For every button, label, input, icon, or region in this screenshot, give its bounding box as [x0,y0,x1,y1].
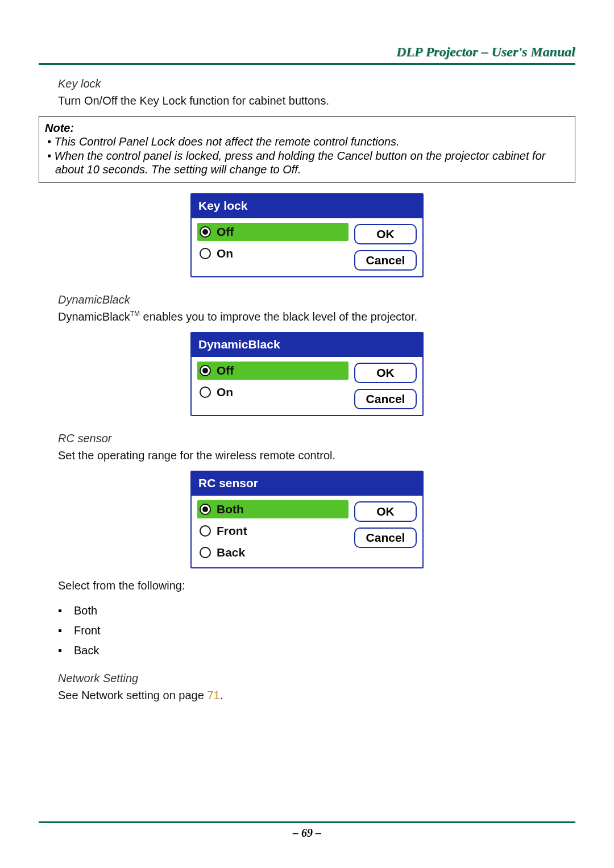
cancel-button[interactable]: Cancel [354,250,417,271]
option-rcsensor-back[interactable]: Back [197,543,349,562]
body-text-rcsensor: Set the operating range for the wireless… [39,448,575,463]
option-label: Off [217,364,234,377]
button-col-keylock: OK Cancel [354,223,417,271]
header-rule [39,63,575,65]
option-rcsensor-front[interactable]: Front [197,522,349,540]
section-heading-keylock: Key lock [39,77,575,90]
option-rcsensor-both[interactable]: Both [197,500,349,518]
cancel-button[interactable]: Cancel [354,389,417,409]
body-text-keylock: Turn On/Off the Key Lock function for ca… [39,94,575,108]
ok-button[interactable]: OK [354,501,417,522]
radio-empty-icon [200,248,211,259]
select-from-text: Select from the following: [39,579,575,593]
radio-empty-icon [200,547,211,558]
option-label: Both [217,502,244,516]
note-list: This Control Panel Lock does not affect … [45,135,569,176]
radio-empty-icon [200,525,211,537]
ok-button[interactable]: OK [354,363,417,383]
note-item-2: When the control panel is locked, press … [47,149,569,177]
option-keylock-off[interactable]: Off [197,223,349,241]
network-text-a: See Network setting on page [58,689,207,701]
list-item: Front [58,621,575,641]
section-heading-rcsensor: RC sensor [39,432,575,445]
option-dynamicblack-off[interactable]: Off [197,362,349,380]
list-item: Back [58,641,575,661]
section-heading-dynamicblack: DynamicBlack [39,293,575,306]
db-text-b: enables you to improve the black level o… [140,310,417,323]
list-item: Both [58,601,575,621]
dialog-rcsensor: RC sensor Both Front Back OK Cancel [190,471,424,568]
footer-rule [39,821,575,823]
dialog-title-rcsensor: RC sensor [192,472,422,496]
page-link[interactable]: 71 [207,689,219,701]
dialog-body-dynamicblack: Off On OK Cancel [192,357,422,415]
dialog-body-keylock: Off On OK Cancel [192,218,422,276]
options-col-keylock: Off On [197,223,349,271]
section-heading-network: Network Setting [39,672,575,685]
network-text-b: . [220,689,223,701]
body-text-dynamicblack: DynamicBlackTM enables you to improve th… [39,310,575,324]
radio-filled-icon [200,504,211,515]
ok-button[interactable]: OK [354,224,417,244]
option-label: Back [217,546,245,559]
options-col-dynamicblack: Off On [197,362,349,409]
radio-filled-icon [200,226,211,238]
body-text-network: See Network setting on page 71. [39,688,575,703]
db-sup: TM [130,310,140,318]
page-number: – 69 – [0,827,614,840]
manual-page: DLP Projector – User's Manual Key lock T… [0,0,614,868]
option-label: On [217,247,233,260]
button-col-dynamicblack: OK Cancel [354,362,417,409]
dialog-keylock: Key lock Off On OK Cancel [190,193,424,277]
dialog-title-keylock: Key lock [192,194,422,218]
cancel-button[interactable]: Cancel [354,528,417,548]
note-item-1: This Control Panel Lock does not affect … [47,135,569,148]
option-label: Front [217,524,247,538]
radio-filled-icon [200,365,211,376]
note-item-2b: about 10 seconds. The setting will chang… [47,163,569,176]
option-label: On [217,385,233,399]
dialog-title-dynamicblack: DynamicBlack [192,333,422,357]
dialog-body-rcsensor: Both Front Back OK Cancel [192,496,422,567]
options-col-rcsensor: Both Front Back [197,500,349,562]
db-text-a: DynamicBlack [58,310,130,323]
note-label: Note: [45,121,569,135]
rcsensor-bullet-list: Both Front Back [39,601,575,661]
page-footer: – 69 – [0,821,614,840]
note-item-2a: When the control panel is locked, press … [55,149,546,162]
option-label: Off [217,225,234,239]
dialog-dynamicblack: DynamicBlack Off On OK Cancel [190,332,424,416]
option-keylock-on[interactable]: On [197,244,349,263]
radio-empty-icon [200,387,211,398]
header-title: DLP Projector – User's Manual [39,44,575,63]
button-col-rcsensor: OK Cancel [354,500,417,562]
note-box: Note: This Control Panel Lock does not a… [39,116,575,183]
option-dynamicblack-on[interactable]: On [197,383,349,401]
